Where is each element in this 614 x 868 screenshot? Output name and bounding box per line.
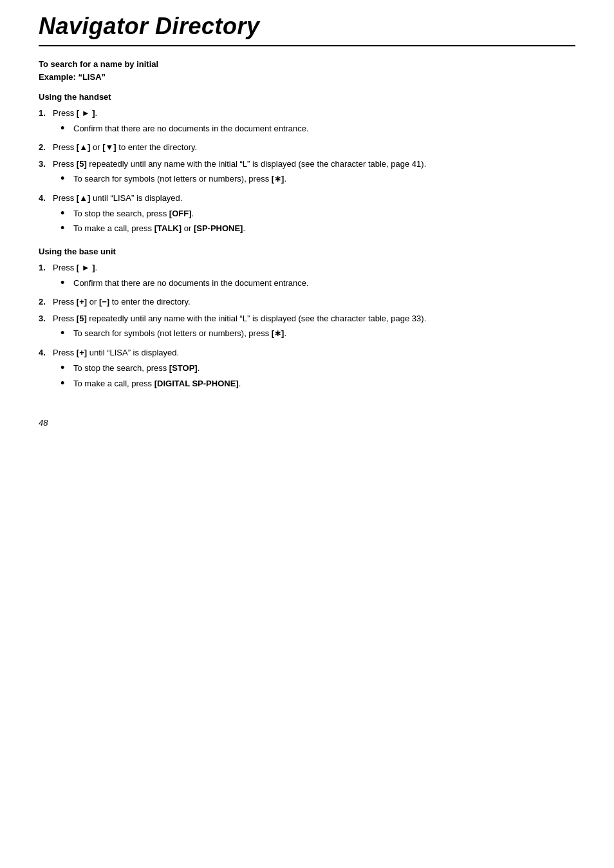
base-step-4-bullet-2-text: To make a call, press [DIGITAL SP-PHONE]… [73,377,241,390]
base-step-1-key: [ ► ] [77,263,95,272]
base-step-4-bullets: • To stop the search, press [STOP]. • To… [53,362,575,390]
handset-steps-list: 1. Press [ ► ]. • Confirm that there are… [39,107,575,238]
base-step-3-key: [5] [77,314,87,323]
handset-step-4-bullet-1-text: To stop the search, press [OFF]. [73,207,194,220]
spphone-key: [SP-PHONE] [194,223,243,233]
base-step-3-bullet-1: • To search for symbols (not letters or … [60,327,575,340]
handset-step-3-bullets: • To search for symbols (not letters or … [53,173,575,185]
page-number: 48 [39,418,575,428]
handset-step-1-key: [ ► ] [77,108,95,118]
handset-step-4-bullet-2-text: To make a call, press [TALK] or [SP-PHON… [73,222,245,235]
base-step-4-bullet-2: • To make a call, press [DIGITAL SP-PHON… [60,377,575,390]
base-step-2-key-minus: [−] [99,297,109,307]
base-step-2-content: Press [+] or [−] to enter the directory. [53,296,575,308]
bullet-icon: • [60,207,71,220]
base-steps-list: 1. Press [ ► ]. • Confirm that there are… [39,261,575,392]
base-step-4-content: Press [+] until “LISA” is displayed. • T… [53,346,575,392]
star-key: [∗] [272,174,284,184]
intro-section: To search for a name by initial Example:… [39,58,575,83]
base-step-3-bullets: • To search for symbols (not letters or … [53,327,575,340]
bullet-icon: • [60,327,71,340]
base-step-3-num: 3. [39,312,53,325]
handset-step-4-content: Press [▲] until “LISA” is displayed. • T… [53,192,575,238]
base-step-2-num: 2. [39,296,53,308]
base-step-4-bullet-1: • To stop the search, press [STOP]. [60,362,575,375]
base-section: Using the base unit 1. Press [ ► ]. • Co… [39,247,575,392]
page-title: Navigator Directory [39,13,575,40]
bullet-icon: • [60,173,71,185]
handset-step-1-num: 1. [39,107,53,120]
base-step-3-bullet-1-text: To search for symbols (not letters or nu… [73,327,286,340]
star-key: [∗] [272,328,284,338]
digital-spphone-key: [DIGITAL SP-PHONE] [154,379,239,388]
base-step-1-bullet-1: • Confirm that there are no documents in… [60,277,575,290]
handset-step-2-key-up: [▲] [77,142,91,152]
handset-step-2: 2. Press [▲] or [▼] to enter the directo… [39,141,575,154]
talk-key: [TALK] [154,223,181,233]
handset-step-4-bullet-1: • To stop the search, press [OFF]. [60,207,575,220]
base-step-1-num: 1. [39,261,53,274]
handset-heading: Using the handset [39,92,575,102]
bullet-icon: • [60,362,71,375]
handset-step-2-num: 2. [39,141,53,154]
base-step-4-key: [+] [77,348,87,357]
bullet-icon: • [60,377,71,390]
handset-step-4: 4. Press [▲] until “LISA” is displayed. … [39,192,575,238]
bullet-icon: • [60,122,71,135]
handset-step-1-bullet-1: • Confirm that there are no documents in… [60,122,575,135]
base-heading: Using the base unit [39,247,575,256]
handset-step-2-content: Press [▲] or [▼] to enter the directory. [53,141,575,154]
base-step-3: 3. Press [5] repeatedly until any name w… [39,312,575,343]
base-step-1-bullet-1-text: Confirm that there are no documents in t… [73,277,309,290]
handset-step-3-num: 3. [39,158,53,171]
base-step-3-content: Press [5] repeatedly until any name with… [53,312,575,343]
handset-step-4-key: [▲] [77,193,91,203]
handset-step-4-num: 4. [39,192,53,205]
handset-step-1-bullet-1-text: Confirm that there are no documents in t… [73,122,309,135]
handset-step-1: 1. Press [ ► ]. • Confirm that there are… [39,107,575,137]
handset-step-3-bullet-1: • To search for symbols (not letters or … [60,173,575,185]
base-step-1-bullets: • Confirm that there are no documents in… [53,277,575,290]
intro-line1: To search for a name by initial [39,58,575,71]
base-step-1-content: Press [ ► ]. • Confirm that there are no… [53,261,575,292]
base-step-1: 1. Press [ ► ]. • Confirm that there are… [39,261,575,292]
bullet-icon: • [60,277,71,290]
stop-key: [STOP] [169,363,198,373]
handset-step-3-key: [5] [77,159,87,169]
intro-line2: Example: “LISA” [39,71,575,84]
base-step-2: 2. Press [+] or [−] to enter the directo… [39,296,575,308]
handset-step-1-content: Press [ ► ]. • Confirm that there are no… [53,107,575,137]
bullet-icon: • [60,222,71,235]
handset-step-1-bullets: • Confirm that there are no documents in… [53,122,575,135]
off-key: [OFF] [169,209,192,218]
base-step-4-num: 4. [39,346,53,359]
handset-step-4-bullet-2: • To make a call, press [TALK] or [SP-PH… [60,222,575,235]
base-step-2-key-plus: [+] [77,297,87,307]
handset-step-3-bullet-1-text: To search for symbols (not letters or nu… [73,173,286,185]
base-step-4: 4. Press [+] until “LISA” is displayed. … [39,346,575,392]
handset-step-4-bullets: • To stop the search, press [OFF]. • To … [53,207,575,236]
base-step-4-bullet-1-text: To stop the search, press [STOP]. [73,362,200,375]
handset-section: Using the handset 1. Press [ ► ]. • Conf… [39,92,575,238]
handset-step-2-key-down: [▼] [102,142,116,152]
handset-step-3-content: Press [5] repeatedly until any name with… [53,158,575,188]
handset-step-3: 3. Press [5] repeatedly until any name w… [39,158,575,188]
title-divider [39,45,575,46]
